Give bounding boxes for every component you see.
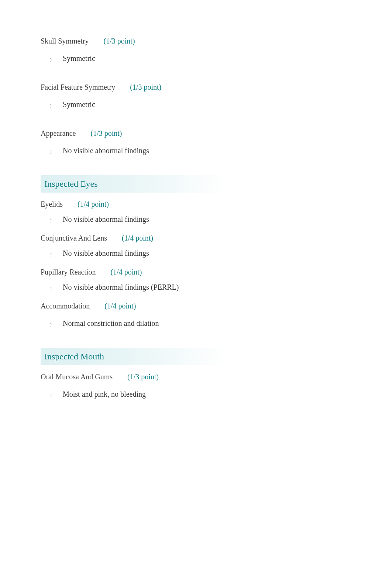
finding-row: ▯No visible abnormal findings [41, 146, 351, 155]
finding-row: ▯No visible abnormal findings [41, 249, 351, 258]
item-header: Oral Mucosa And Gums(1/3 point) [41, 373, 351, 381]
finding-text: No visible abnormal findings [63, 146, 149, 155]
section-header: Inspected Eyes [41, 175, 351, 193]
item-header: Conjunctiva And Lens(1/4 point) [41, 234, 351, 242]
finding-text: Moist and pink, no bleeding [63, 390, 146, 399]
bullet-icon: ▯ [49, 149, 63, 154]
item-points: (1/4 point) [110, 268, 142, 276]
assessment-item: Facial Feature Symmetry(1/3 point)▯Symme… [41, 83, 351, 109]
bullet-icon: ▯ [49, 57, 63, 62]
item-header: Appearance(1/3 point) [41, 129, 351, 138]
item-label: Accommodation [41, 302, 90, 310]
finding-text: Symmetric [63, 54, 95, 63]
finding-text: No visible abnormal findings [63, 215, 149, 224]
assessment-item: Accommodation(1/4 point)▯Normal constric… [41, 302, 351, 328]
finding-text: No visible abnormal findings [63, 249, 149, 258]
assessment-item: Appearance(1/3 point)▯No visible abnorma… [41, 129, 351, 155]
assessment-item: Conjunctiva And Lens(1/4 point)▯No visib… [41, 234, 351, 258]
section: Inspected MouthOral Mucosa And Gums(1/3 … [41, 348, 351, 399]
finding-row: ▯Symmetric [41, 100, 351, 109]
finding-row: ▯Normal constriction and dilation [41, 319, 351, 328]
finding-row: ▯No visible abnormal findings (PERRL) [41, 283, 351, 292]
assessment-item: Pupillary Reaction(1/4 point)▯No visible… [41, 268, 351, 292]
item-header: Facial Feature Symmetry(1/3 point) [41, 83, 351, 92]
item-label: Pupillary Reaction [41, 268, 96, 276]
bullet-icon: ▯ [49, 218, 63, 223]
item-points: (1/4 point) [104, 302, 136, 310]
item-points: (1/3 point) [130, 83, 161, 91]
bullet-icon: ▯ [49, 103, 63, 108]
section: Inspected EyesEyelids(1/4 point)▯No visi… [41, 175, 351, 328]
finding-row: ▯Moist and pink, no bleeding [41, 390, 351, 399]
finding-text: Normal constriction and dilation [63, 319, 159, 328]
item-points: (1/4 point) [122, 234, 153, 242]
assessment-item: Skull Symmetry(1/3 point)▯Symmetric [41, 37, 351, 63]
bullet-icon: ▯ [49, 252, 63, 257]
item-points: (1/4 point) [78, 200, 109, 208]
item-points: (1/3 point) [91, 129, 122, 137]
item-label: Conjunctiva And Lens [41, 234, 107, 242]
item-points: (1/3 point) [104, 37, 135, 45]
assessment-item: Oral Mucosa And Gums(1/3 point)▯Moist an… [41, 373, 351, 399]
assessment-item: Eyelids(1/4 point)▯No visible abnormal f… [41, 200, 351, 224]
item-header: Pupillary Reaction(1/4 point) [41, 268, 351, 276]
item-label: Oral Mucosa And Gums [41, 373, 113, 381]
finding-text: No visible abnormal findings (PERRL) [63, 283, 179, 292]
finding-text: Symmetric [63, 100, 95, 109]
item-header: Accommodation(1/4 point) [41, 302, 351, 310]
item-label: Facial Feature Symmetry [41, 83, 115, 91]
item-header: Eyelids(1/4 point) [41, 200, 351, 208]
item-label: Skull Symmetry [41, 37, 89, 45]
section-header: Inspected Mouth [41, 348, 351, 365]
finding-row: ▯No visible abnormal findings [41, 215, 351, 224]
item-points: (1/3 point) [127, 373, 159, 381]
bullet-icon: ▯ [49, 393, 63, 398]
document-root: Skull Symmetry(1/3 point)▯SymmetricFacia… [41, 37, 351, 399]
bullet-icon: ▯ [49, 322, 63, 327]
finding-row: ▯Symmetric [41, 54, 351, 63]
item-header: Skull Symmetry(1/3 point) [41, 37, 351, 45]
item-label: Eyelids [41, 200, 63, 208]
item-label: Appearance [41, 129, 76, 137]
section: Skull Symmetry(1/3 point)▯SymmetricFacia… [41, 37, 351, 155]
bullet-icon: ▯ [49, 286, 63, 291]
